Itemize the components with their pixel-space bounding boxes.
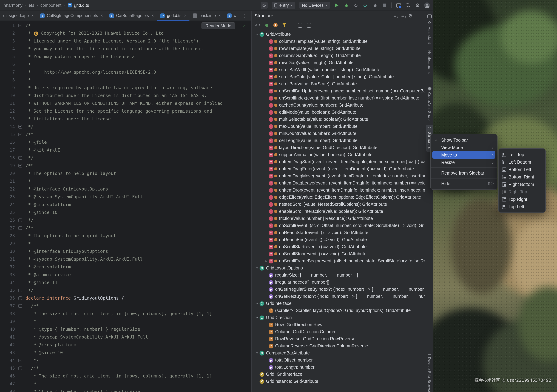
tree-item[interactable]: mnestedScroll(value: NestedScrollOptions… bbox=[252, 201, 425, 208]
stop-button[interactable] bbox=[382, 2, 387, 9]
menu-item-move-to[interactable]: Move to› bbox=[432, 151, 495, 159]
tool-window-button-notifications[interactable]: Notifications bbox=[425, 50, 434, 74]
tree-item[interactable]: f(scroller?: Scroller, layoutOptions?: G… bbox=[252, 307, 425, 314]
tree-item[interactable]: ponGetRectByIndex?: (index: number) => [… bbox=[252, 293, 425, 300]
tab-close-icon[interactable]: × bbox=[218, 13, 221, 18]
tree-item[interactable]: monScrollStop(event: () => void): GridAt… bbox=[252, 250, 425, 257]
menu-item-right-top[interactable]: Right Top bbox=[500, 188, 544, 196]
tree-item[interactable]: VGridInstance: GridAttribute bbox=[252, 378, 425, 385]
settings-button[interactable]: ⚙ bbox=[415, 2, 420, 9]
autoscroll-from-source-icon[interactable]: ↑ bbox=[306, 22, 312, 28]
sort-alphabetically-icon[interactable]: a↓z bbox=[254, 22, 261, 28]
tree-item[interactable]: ▾CComputedBarAttribute bbox=[252, 350, 425, 357]
tree-item[interactable]: mcolumnsGap(value: Length): GridAttribut… bbox=[252, 52, 425, 59]
tree-item[interactable]: mfriction(value: number | Resource): Gri… bbox=[252, 215, 425, 222]
tree-item[interactable]: ▸monScrollFrameBegin(event: (offset: num… bbox=[252, 257, 425, 264]
menu-item-show-toolbar[interactable]: ✓Show Toolbar bbox=[432, 136, 495, 144]
fold-marker-icon[interactable]: − bbox=[18, 226, 22, 230]
device-select[interactable]: No Devices ▾ bbox=[299, 2, 330, 9]
autoscroll-to-source-icon[interactable]: ↓ bbox=[297, 22, 303, 28]
structure-options-gear-icon[interactable]: ⚙ bbox=[407, 12, 414, 19]
tree-item[interactable]: menableScrollInteraction(value: boolean)… bbox=[252, 208, 425, 215]
environment-settings-button[interactable]: ⚙ bbox=[261, 2, 268, 9]
debug-button[interactable] bbox=[344, 2, 349, 9]
tree-item[interactable]: ptotalOffset: number bbox=[252, 357, 425, 364]
tool-window-button-device-file-browser[interactable]: Device File Browser bbox=[425, 350, 434, 392]
breadcrumb-item-nharmony[interactable]: nharmony bbox=[4, 3, 23, 8]
tab-close-icon[interactable]: × bbox=[151, 13, 154, 18]
fold-marker-icon[interactable]: − bbox=[18, 125, 22, 129]
tree-item[interactable]: msupportAnimation(value: boolean): GridA… bbox=[252, 151, 425, 158]
menu-item-hide[interactable]: Hide⇧⎋ bbox=[432, 180, 495, 187]
search-everywhere-button[interactable] bbox=[405, 2, 411, 9]
tree-item[interactable]: fRowReverse: GridDirection.RowReverse bbox=[252, 335, 425, 343]
fold-marker-icon[interactable]: − bbox=[18, 289, 22, 292]
expand-all-icon[interactable]: ≡↓ bbox=[391, 12, 399, 19]
code-editor[interactable]: 1−/*2 * © Copyright (c) 2021-2023 Huawei… bbox=[0, 21, 251, 392]
fold-marker-icon[interactable]: − bbox=[18, 219, 22, 222]
tree-item[interactable]: monScrollStart(event: () => void): GridA… bbox=[252, 243, 425, 250]
drag-grip-icon[interactable] bbox=[428, 126, 431, 130]
menu-item-left-top[interactable]: Left Top bbox=[500, 151, 544, 158]
tool-window-button-codearts-snap[interactable]: CodeArts Snap bbox=[425, 87, 434, 121]
reader-mode-button[interactable]: Reader Mode bbox=[202, 22, 235, 29]
tree-item[interactable]: pirregularIndexes?: number[] bbox=[252, 279, 425, 286]
tree-item[interactable]: fColumnReverse: GridDirection.ColumnReve… bbox=[252, 343, 425, 350]
tree-item[interactable]: mminCount(value: number): GridAttribute bbox=[252, 130, 425, 137]
tree-item[interactable]: meditMode(value: boolean): GridAttribute bbox=[252, 109, 425, 116]
fold-marker-icon[interactable]: − bbox=[18, 133, 22, 136]
menu-item-left-bottom[interactable]: Left Bottom bbox=[500, 158, 544, 166]
tab-close-icon[interactable]: × bbox=[184, 13, 186, 18]
tree-item[interactable]: monReachEnd(event: () => void): GridAttr… bbox=[252, 236, 425, 243]
chevron-down-icon[interactable]: ▾ bbox=[254, 266, 260, 270]
menu-item-view-mode[interactable]: View Mode› bbox=[432, 144, 495, 151]
tree-item[interactable]: monScrollIndex(event: (first: number, la… bbox=[252, 95, 425, 102]
restart-button[interactable]: ↻ bbox=[353, 2, 359, 9]
tree-item[interactable]: mscrollBarColor(value: Color | number | … bbox=[252, 73, 425, 80]
fold-marker-icon[interactable]: − bbox=[18, 367, 22, 370]
device-manager-button[interactable] bbox=[395, 2, 401, 9]
tree-item[interactable]: ptotalLength: number bbox=[252, 364, 425, 371]
tree-item[interactable]: VGrid: GridInterface bbox=[252, 371, 425, 378]
tree-item[interactable]: mmaxCount(value: number): GridAttribute bbox=[252, 123, 425, 130]
tab-options-kebab-icon[interactable]: ⋮ bbox=[239, 11, 249, 21]
tree-item[interactable]: monScrollBarUpdate(event: (index: number… bbox=[252, 88, 425, 95]
menu-item-resize[interactable]: Resize› bbox=[432, 159, 495, 166]
editor-tab-catbigimagecomponent-ets[interactable]: eCatBigImageComponent.ets× bbox=[37, 11, 106, 21]
tree-item[interactable]: fColumn: GridDirection.Column bbox=[252, 328, 425, 335]
tree-item[interactable]: medgeEffect(value: EdgeEffect, options: … bbox=[252, 194, 425, 201]
fold-marker-icon[interactable]: − bbox=[18, 164, 22, 167]
editor-tab-pack-info[interactable]: ipack.info× bbox=[190, 11, 224, 21]
tree-item[interactable]: mcellLength(value: number): GridAttribut… bbox=[252, 137, 425, 144]
breadcrumb-item-ets[interactable]: ets bbox=[29, 3, 34, 8]
tree-item[interactable]: mscrollBar(value: BarState): GridAttribu… bbox=[252, 80, 425, 88]
fold-marker-icon[interactable]: − bbox=[18, 296, 22, 300]
chevron-right-icon[interactable]: ▸ bbox=[264, 259, 269, 263]
tree-item[interactable]: fRow: GridDirection.Row bbox=[252, 321, 425, 328]
breadcrumb-item-grid-d-ts[interactable]: TSgrid.d.ts bbox=[68, 3, 89, 8]
menu-item-right-bottom[interactable]: Right Bottom bbox=[500, 180, 544, 188]
tree-item[interactable]: ▾CGridAttribute bbox=[252, 31, 425, 38]
fold-marker-icon[interactable]: − bbox=[18, 359, 22, 362]
breadcrumb-item-component[interactable]: component bbox=[40, 3, 61, 8]
tree-item[interactable]: mscrollBarWidth(value: number | string):… bbox=[252, 66, 425, 73]
editor-tab-catsqualpage-ets[interactable]: eCatSqualPage.ets× bbox=[106, 11, 157, 21]
hide-panel-icon[interactable]: — bbox=[414, 12, 422, 19]
chevron-down-icon[interactable]: ▾ bbox=[254, 351, 260, 355]
editor-tab-c[interactable]: ec bbox=[224, 11, 239, 21]
attach-debugger-button[interactable] bbox=[372, 2, 378, 9]
rerun-button[interactable]: ⟳ bbox=[363, 2, 368, 9]
tree-item[interactable]: mcachedCount(value: number): GridAttribu… bbox=[252, 102, 425, 109]
editor-tab-grid-d-ts[interactable]: TSgrid.d.ts× bbox=[157, 11, 190, 21]
tab-close-icon[interactable]: × bbox=[100, 13, 103, 18]
tree-item[interactable]: mrowsTemplate(value: string): GridAttrib… bbox=[252, 45, 425, 52]
fold-marker-icon[interactable]: − bbox=[18, 156, 22, 160]
tool-window-button-kit-assistant[interactable]: Kit Assistant bbox=[425, 14, 434, 44]
run-button[interactable] bbox=[334, 2, 340, 9]
editor-tab-ult-signed-app[interactable]: ult-signed.app× bbox=[0, 11, 37, 21]
show-functions-icon[interactable]: f bbox=[272, 22, 279, 28]
run-configuration-select[interactable]: entry ▾ bbox=[272, 2, 295, 9]
menu-item-bottom-right[interactable]: Bottom Right bbox=[500, 173, 544, 180]
tree-item[interactable]: ▾CGridDirection bbox=[252, 314, 425, 321]
menu-item-remove-from-sidebar[interactable]: Remove from Sidebar bbox=[432, 169, 495, 177]
